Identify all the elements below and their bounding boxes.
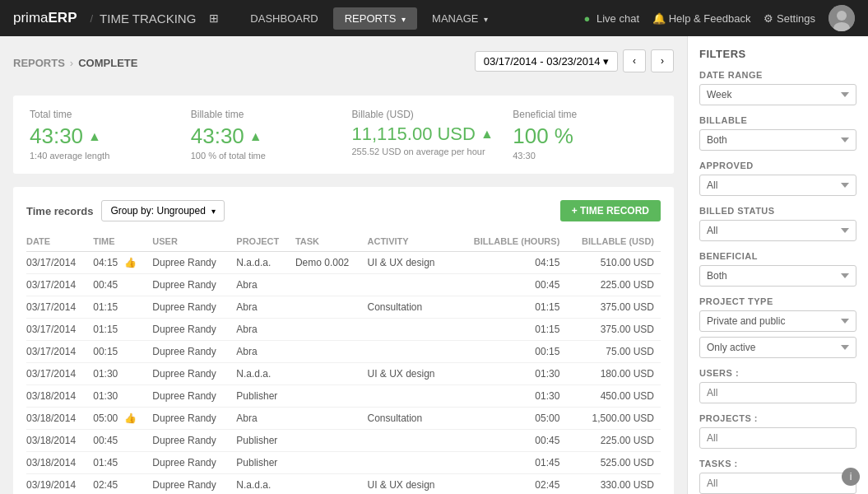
cell-time: 01:30: [93, 363, 152, 385]
cell-user: Dupree Randy: [152, 385, 236, 408]
table-row[interactable]: 03/18/2014 01:30 Dupree Randy Publisher …: [26, 385, 661, 408]
table-row[interactable]: 03/17/2014 04:15 👍 Dupree Randy N.a.d.a.…: [26, 252, 661, 274]
live-chat-link[interactable]: ● Live chat: [584, 12, 640, 25]
nav-dashboard[interactable]: DASHBOARD: [239, 7, 329, 30]
group-by-value: Ungrouped: [156, 205, 205, 217]
table-row[interactable]: 03/17/2014 00:15 Dupree Randy Abra 00:15…: [26, 341, 661, 363]
cell-billable-hours: 01:15: [456, 296, 566, 319]
cell-billable-hours: 01:30: [456, 385, 566, 408]
manage-caret: ▾: [481, 15, 488, 24]
stat-total-time-label: Total time: [30, 109, 174, 120]
filter-users-label: USERS :: [699, 368, 856, 378]
cell-time: 04:15 👍: [93, 252, 152, 274]
breadcrumb: REPORTS › COMPLETE: [13, 57, 137, 69]
cell-time: 01:15: [93, 296, 152, 319]
col-billable-usd: BILLABLE (USD): [566, 231, 661, 252]
cell-user: Dupree Randy: [152, 452, 236, 474]
stat-billable-time: Billable time 43:30 ▲ 100 % of total tim…: [191, 109, 336, 161]
filter-billable-select[interactable]: BothYesNo: [699, 129, 856, 151]
cell-billable-hours: 02:45: [456, 474, 566, 495]
cell-billable-hours: 01:45: [456, 452, 566, 474]
stat-billable-usd: Billable (USD) 11,115.00 USD ▲ 255.52 US…: [352, 109, 497, 161]
group-by-button[interactable]: Group by: Ungrouped ▾: [101, 200, 225, 221]
table-row[interactable]: 03/17/2014 01:30 Dupree Randy N.a.d.a. U…: [26, 363, 661, 385]
records-title: Time records: [26, 205, 93, 217]
cell-billable-hours: 01:30: [456, 363, 566, 385]
records-header: Time records Group by: Ungrouped ▾ + TIM…: [26, 200, 661, 221]
table-row[interactable]: 03/19/2014 02:45 Dupree Randy N.a.d.a. U…: [26, 474, 661, 495]
cell-project: Publisher: [236, 452, 295, 474]
avatar[interactable]: [829, 5, 855, 31]
app-title: TIME TRACKING: [100, 12, 196, 26]
filter-projects-input[interactable]: [699, 427, 856, 449]
table-row[interactable]: 03/18/2014 05:00 👍 Dupree Randy Abra Con…: [26, 408, 661, 430]
nav-links: DASHBOARD REPORTS ▾ MANAGE ▾: [239, 7, 583, 30]
filter-tasks-input[interactable]: [699, 473, 856, 494]
cell-time: 01:45: [93, 452, 152, 474]
cell-task: [295, 274, 368, 296]
filter-billed-status-select[interactable]: AllBilledUnbilled: [699, 220, 856, 241]
cell-billable-usd: 450.00 USD: [566, 385, 661, 408]
nav-manage[interactable]: MANAGE ▾: [420, 7, 499, 30]
sidebar-filters: FILTERS DATE RANGE WeekDayMonthCustom BI…: [687, 36, 868, 494]
brand-erp: ERP: [49, 10, 77, 26]
info-button[interactable]: i: [842, 468, 860, 486]
filter-project-type: PROJECT TYPE Private and publicPrivatePu…: [699, 296, 856, 358]
cell-date: 03/17/2014: [26, 274, 93, 296]
cell-user: Dupree Randy: [152, 319, 236, 341]
filter-date-range: DATE RANGE WeekDayMonthCustom: [699, 70, 856, 105]
col-time: TIME: [93, 231, 152, 252]
breadcrumb-reports[interactable]: REPORTS: [13, 57, 65, 69]
cell-user: Dupree Randy: [152, 474, 236, 495]
table-row[interactable]: 03/17/2014 01:15 Dupree Randy Abra 01:15…: [26, 319, 661, 341]
filter-project-type-select[interactable]: Private and publicPrivatePublic: [699, 310, 856, 332]
settings-link[interactable]: ⚙ Settings: [764, 12, 815, 25]
cell-project: N.a.d.a.: [236, 252, 295, 274]
cell-user: Dupree Randy: [152, 296, 236, 319]
cell-time: 02:45: [93, 474, 152, 495]
stat-beneficial-value: 100 %: [513, 124, 657, 149]
thumb-icon: 👍: [124, 257, 137, 268]
cell-billable-usd: 180.00 USD: [566, 363, 661, 385]
cell-time: 01:30: [93, 385, 152, 408]
nav-reports[interactable]: REPORTS ▾: [333, 7, 417, 30]
cell-user: Dupree Randy: [152, 430, 236, 452]
cell-project: Publisher: [236, 385, 295, 408]
filter-users: USERS :: [699, 368, 856, 403]
cell-billable-usd: 375.00 USD: [566, 319, 661, 341]
next-date-button[interactable]: ›: [651, 49, 674, 72]
cell-task: [295, 296, 368, 319]
table-row[interactable]: 03/17/2014 01:15 Dupree Randy Abra Consu…: [26, 296, 661, 319]
help-icon: 🔔: [652, 12, 669, 25]
table-row[interactable]: 03/17/2014 00:45 Dupree Randy Abra 00:45…: [26, 274, 661, 296]
filter-beneficial-select[interactable]: BothYesNo: [699, 265, 856, 287]
cell-project: Abra: [236, 319, 295, 341]
cell-date: 03/19/2014: [26, 474, 93, 495]
filter-users-input[interactable]: [699, 382, 856, 403]
stat-total-time: Total time 43:30 ▲ 1:40 average length: [30, 109, 174, 161]
settings-icon: ⚙: [764, 12, 777, 25]
add-record-button[interactable]: + TIME RECORD: [560, 200, 661, 221]
filter-project-active-select[interactable]: Only activeAllInactive: [699, 337, 856, 358]
stat-beneficial-sub: 43:30: [513, 151, 657, 161]
cell-task: [295, 474, 368, 495]
help-link[interactable]: 🔔 Help & Feedback: [652, 12, 750, 25]
stat-beneficial-label: Beneficial time: [513, 109, 657, 120]
filter-approved-select[interactable]: AllYesNo: [699, 175, 856, 196]
cell-project: N.a.d.a.: [236, 363, 295, 385]
prev-date-button[interactable]: ‹: [623, 49, 646, 72]
cell-activity: Consultation: [368, 296, 457, 319]
table-row[interactable]: 03/18/2014 01:45 Dupree Randy Publisher …: [26, 452, 661, 474]
date-range-bar: 03/17/2014 - 03/23/2014 ▾ ‹ ›: [475, 49, 674, 72]
cell-project: Abra: [236, 296, 295, 319]
filter-beneficial: BENEFICIAL BothYesNo: [699, 251, 856, 287]
grid-icon[interactable]: ⊞: [209, 12, 219, 25]
cell-activity: [368, 430, 457, 452]
table-row[interactable]: 03/18/2014 00:45 Dupree Randy Publisher …: [26, 430, 661, 452]
records-table: DATE TIME USER PROJECT TASK ACTIVITY BIL…: [26, 231, 661, 494]
cell-user: Dupree Randy: [152, 252, 236, 274]
filter-projects-label: PROJECTS :: [699, 413, 856, 423]
cell-task: [295, 385, 368, 408]
filter-date-range-select[interactable]: WeekDayMonthCustom: [699, 84, 856, 105]
date-range-button[interactable]: 03/17/2014 - 03/23/2014 ▾: [475, 51, 618, 72]
